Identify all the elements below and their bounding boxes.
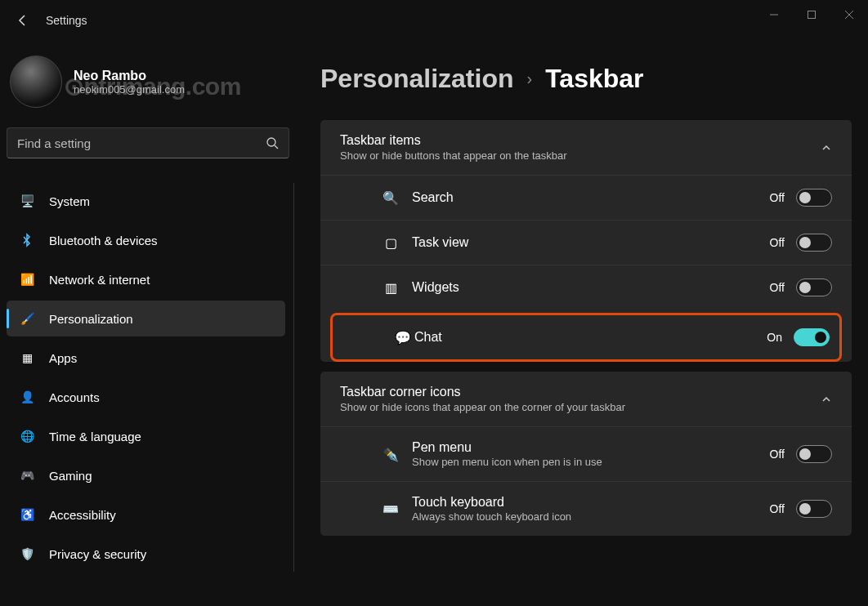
sidebar: Neo Rambo neokim005@gmail.com ⊙ntrimang.…	[0, 41, 302, 606]
setting-label: Search	[412, 190, 755, 205]
time-language-icon: 🌐	[20, 429, 34, 443]
widgets-icon: ▥	[383, 280, 399, 296]
setting-label: Task view	[412, 235, 755, 250]
sidebar-item-time-language[interactable]: 🌐Time & language	[7, 418, 285, 454]
content-area: Personalization › Taskbar Taskbar itemsS…	[302, 41, 868, 606]
profile-email: neokim005@gmail.com	[74, 83, 185, 96]
toggle-state-label: Off	[770, 448, 785, 461]
avatar	[10, 56, 62, 108]
toggle-switch[interactable]	[794, 328, 830, 346]
privacy-security-icon: 🛡️	[20, 546, 34, 561]
back-button[interactable]	[7, 4, 39, 37]
search-input[interactable]	[17, 136, 266, 150]
section-taskbar-items: Taskbar itemsShow or hide buttons that a…	[320, 120, 852, 362]
setting-label: Touch keyboard	[412, 495, 755, 510]
system-icon: 🖥️	[20, 194, 34, 208]
close-button[interactable]	[830, 0, 868, 29]
maximize-button[interactable]	[793, 0, 830, 29]
setting-row-widgets: ▥WidgetsOff	[320, 265, 852, 310]
toggle-state-label: Off	[770, 191, 785, 204]
svg-line-3	[275, 145, 278, 149]
section-title: Taskbar items	[340, 133, 567, 148]
sidebar-item-label: Apps	[49, 351, 77, 365]
sidebar-item-label: Network & internet	[49, 273, 150, 287]
toggle-switch[interactable]	[796, 189, 832, 207]
sidebar-item-accessibility[interactable]: ♿Accessibility	[7, 497, 285, 532]
breadcrumb-current: Taskbar	[545, 64, 643, 94]
sidebar-item-accounts[interactable]: 👤Accounts	[7, 379, 285, 415]
apps-icon: ▦	[20, 350, 34, 365]
toggle-state-label: Off	[770, 281, 785, 294]
search-icon	[266, 136, 279, 149]
setting-sublabel: Show pen menu icon when pen is in use	[412, 456, 624, 468]
toggle-state-label: Off	[770, 236, 785, 249]
sidebar-item-gaming[interactable]: 🎮Gaming	[7, 457, 285, 493]
toggle-state-label: Off	[770, 502, 785, 515]
personalization-icon: 🖌️	[20, 311, 34, 326]
setting-label: Pen menu	[412, 440, 755, 455]
profile-card[interactable]: Neo Rambo neokim005@gmail.com ⊙ntrimang.…	[7, 41, 294, 127]
sidebar-item-label: Accounts	[49, 390, 100, 404]
section-subtitle: Show or hide buttons that appear on the …	[340, 149, 567, 162]
sidebar-item-network-internet[interactable]: 📶Network & internet	[7, 261, 285, 297]
task-view-icon: ▢	[383, 235, 399, 251]
sidebar-item-label: Bluetooth & devices	[49, 234, 158, 247]
chevron-right-icon: ›	[527, 69, 533, 88]
toggle-state-label: On	[767, 331, 782, 344]
bluetooth-devices-icon	[20, 233, 34, 247]
setting-row-pen-menu: ✒️Pen menuShow pen menu icon when pen is…	[320, 426, 852, 481]
pen-menu-icon: ✒️	[383, 447, 399, 462]
profile-name: Neo Rambo	[74, 69, 185, 83]
setting-row-touch-keyboard: ⌨️Touch keyboardAlways show touch keyboa…	[320, 481, 852, 536]
setting-label: Widgets	[412, 280, 755, 295]
chevron-up-icon	[821, 394, 832, 405]
setting-label: Chat	[414, 330, 752, 345]
sidebar-item-label: Privacy & security	[49, 547, 146, 561]
sidebar-item-system[interactable]: 🖥️System	[7, 183, 285, 219]
search-box[interactable]	[7, 127, 289, 158]
accounts-icon: 👤	[20, 390, 34, 404]
accessibility-icon: ♿	[20, 507, 34, 522]
sidebar-item-label: Gaming	[49, 469, 92, 483]
sidebar-item-label: Time & language	[49, 430, 141, 443]
minimize-button[interactable]	[755, 0, 793, 29]
breadcrumb-parent[interactable]: Personalization	[320, 64, 514, 94]
setting-row-search: 🔍SearchOff	[320, 175, 852, 220]
section-subtitle: Show or hide icons that appear on the co…	[340, 401, 625, 413]
touch-keyboard-icon: ⌨️	[383, 501, 399, 517]
setting-sublabel: Always show touch keyboard icon	[412, 510, 624, 523]
svg-rect-1	[808, 11, 816, 19]
section-taskbar-corner-icons: Taskbar corner iconsShow or hide icons t…	[320, 372, 852, 536]
sidebar-item-bluetooth-devices[interactable]: Bluetooth & devices	[7, 222, 285, 258]
chat-icon: 💬	[395, 330, 411, 345]
nav-list: 🖥️SystemBluetooth & devices📶Network & in…	[7, 183, 294, 572]
setting-row-chat: 💬ChatOn	[330, 313, 842, 362]
toggle-switch[interactable]	[796, 500, 832, 518]
sidebar-item-privacy-security[interactable]: 🛡️Privacy & security	[7, 536, 285, 572]
section-header[interactable]: Taskbar itemsShow or hide buttons that a…	[320, 120, 852, 175]
search-icon: 🔍	[383, 190, 399, 206]
sidebar-item-label: Accessibility	[49, 508, 116, 522]
chevron-up-icon	[821, 142, 832, 154]
sidebar-item-label: Personalization	[49, 312, 133, 326]
sidebar-item-apps[interactable]: ▦Apps	[7, 340, 285, 376]
toggle-switch[interactable]	[796, 234, 832, 252]
section-title: Taskbar corner icons	[340, 385, 625, 399]
sidebar-item-label: System	[49, 194, 90, 208]
gaming-icon: 🎮	[20, 468, 34, 483]
breadcrumb: Personalization › Taskbar	[320, 64, 852, 94]
network-internet-icon: 📶	[20, 272, 34, 287]
toggle-switch[interactable]	[796, 445, 832, 463]
section-header[interactable]: Taskbar corner iconsShow or hide icons t…	[320, 372, 852, 426]
setting-row-task-view: ▢Task viewOff	[320, 220, 852, 265]
toggle-switch[interactable]	[796, 278, 832, 296]
app-title: Settings	[46, 14, 87, 27]
sidebar-item-personalization[interactable]: 🖌️Personalization	[7, 301, 285, 336]
svg-point-2	[267, 138, 275, 146]
